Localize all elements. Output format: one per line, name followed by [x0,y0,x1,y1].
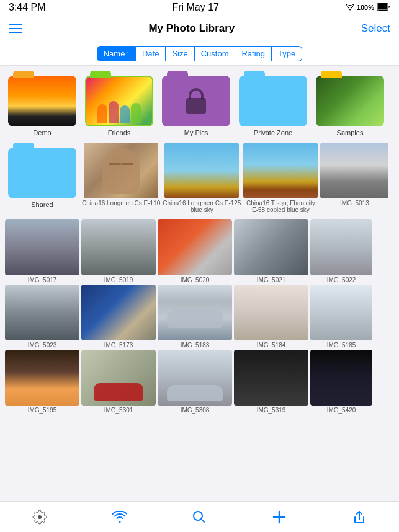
photo-img5301-label: IMG_5301 [104,407,133,414]
folder-my-pics-label: My Pics [184,129,208,136]
folder-my-pics[interactable]: My Pics [159,71,233,136]
photo-img5195[interactable]: IMG_5195 [5,350,79,414]
folder-private-zone[interactable]: Private Zone [236,71,310,136]
photo-img5017-label: IMG_5017 [28,277,57,283]
photo-img5023[interactable]: IMG_5023 [5,285,79,348]
battery-text: 100% [357,4,374,11]
folder-shared[interactable]: Shared [5,143,79,208]
battery-icon [377,3,390,12]
photo-img5319[interactable]: IMG_5319 [234,350,308,414]
folder-demo[interactable]: Demo [5,71,79,136]
folder-private-zone-label: Private Zone [254,129,292,136]
status-right: 100% [346,3,390,12]
filter-custom[interactable]: Custom [195,46,236,61]
gear-icon [32,510,47,525]
photo-img5420-label: IMG_5420 [327,407,356,414]
photo-img5184[interactable]: IMG_5184 [234,285,308,348]
settings-button[interactable] [26,503,53,531]
photo-img5301[interactable]: IMG_5301 [81,350,156,414]
status-time: 3:44 PM [9,2,46,13]
filter-date[interactable]: Date [136,46,166,61]
folder-shared-label: Shared [31,201,53,208]
photo-img5019[interactable]: IMG_5019 [81,219,156,283]
photo-img5308[interactable]: IMG_5308 [158,350,232,414]
share-icon [352,510,366,524]
photos-row-3: IMG_5017 IMG_5019 IMG_5020 IMG_5021 IMG_… [5,219,394,283]
search-button[interactable] [186,503,213,531]
photo-img5020-label: IMG_5020 [181,277,210,283]
add-button[interactable] [266,503,293,531]
photo-img5173-label: IMG_5173 [104,342,133,348]
photo-img5013[interactable]: IMG_5013 [320,143,388,206]
photo-img5308-label: IMG_5308 [181,407,210,414]
photo-img5183[interactable]: IMG_5183 [158,285,232,348]
photo-china16-t-squ[interactable]: China16 T squ, Fbdn cityE-58 copied blue… [243,143,318,213]
filter-bar: Name↑ Date Size Custom Rating Type [0,42,399,66]
photo-img5022[interactable]: IMG_5022 [310,219,372,283]
photo-img5420[interactable]: IMG_5420 [310,350,372,414]
photo-china16-e110-label: China16 Longmen Cs E-110 [82,200,160,206]
plus-icon [272,510,286,524]
folder-demo-label: Demo [33,129,51,136]
page-title: My Photo Library [148,22,235,35]
photo-img5185-label: IMG_5185 [327,342,356,348]
status-day: Fri May 17 [172,2,219,13]
folder-friends-label: Friends [108,129,131,136]
filter-name[interactable]: Name↑ [97,46,136,61]
filter-type[interactable]: Type [272,46,302,61]
folders-row-1: Demo Friends [5,71,394,136]
photo-china16-t-squ-label: China16 T squ, Fbdn cityE-58 copied blue… [246,200,315,213]
share-button[interactable] [346,503,373,531]
photo-img5185[interactable]: IMG_5185 [310,285,372,348]
folder-friends[interactable]: Friends [82,71,156,136]
photo-img5013-label: IMG_5013 [340,200,369,206]
filter-size[interactable]: Size [166,46,194,61]
svg-rect-2 [186,98,206,114]
folder-samples-label: Samples [337,129,364,136]
status-bar: 3:44 PM Fri May 17 100% [0,0,399,15]
photo-img5019-label: IMG_5019 [104,277,133,283]
photos-row-4: IMG_5023 IMG_5173 IMG_5183 IMG_5184 IMG_… [5,285,394,348]
photo-img5022-label: IMG_5022 [327,277,356,283]
folder-samples[interactable]: Samples [313,71,387,136]
folders-row-2: Shared China16 Longmen Cs E-110 China16 … [5,143,394,213]
photo-china16-e125-label: China16 Longmen Cs E-125blue sky [163,200,241,213]
photo-china16-e110[interactable]: China16 Longmen Cs E-110 [82,143,160,206]
photo-img5319-label: IMG_5319 [257,407,286,414]
menu-button[interactable] [9,24,22,33]
wifi-icon [346,4,354,12]
select-button[interactable]: Select [361,22,390,35]
search-icon [192,510,206,524]
grid-area: Demo Friends [0,66,399,501]
svg-rect-1 [378,4,388,10]
photo-img5020[interactable]: IMG_5020 [158,219,232,283]
photo-img5017[interactable]: IMG_5017 [5,219,79,283]
nav-bar: My Photo Library Select [0,15,399,42]
photo-img5021[interactable]: IMG_5021 [234,219,308,283]
photo-img5173[interactable]: IMG_5173 [81,285,156,348]
photos-row-5: IMG_5195 IMG_5301 IMG_5308 [5,350,394,414]
filter-rating[interactable]: Rating [235,46,272,61]
photo-china16-e125[interactable]: China16 Longmen Cs E-125blue sky [163,143,241,213]
wifi-toolbar-icon [112,511,127,523]
wifi-button[interactable] [106,503,133,531]
photo-img5023-label: IMG_5023 [28,342,57,348]
photo-img5184-label: IMG_5184 [257,342,286,348]
photo-img5195-label: IMG_5195 [28,407,57,414]
bottom-toolbar [0,501,399,532]
photo-img5021-label: IMG_5021 [257,277,286,283]
photo-img5183-label: IMG_5183 [181,342,210,348]
